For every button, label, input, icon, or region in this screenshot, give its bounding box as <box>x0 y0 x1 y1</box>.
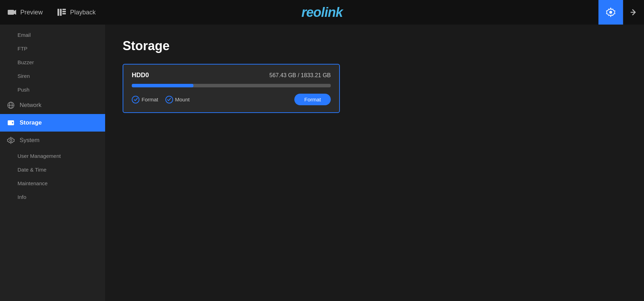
svg-rect-2 <box>57 9 59 16</box>
page-title: Storage <box>123 39 626 53</box>
sidebar: Email FTP Buzzer Siren Push Network <box>0 25 105 301</box>
storage-flags: Format Mount <box>132 96 190 103</box>
settings-button[interactable] <box>598 0 623 25</box>
storage-card-header: HDD0 567.43 GB / 1833.21 GB <box>132 72 331 79</box>
camera-icon <box>7 7 17 17</box>
sidebar-item-push[interactable]: Push <box>0 83 105 96</box>
playback-label: Playback <box>70 9 96 16</box>
svg-rect-0 <box>8 10 14 15</box>
sidebar-item-maintenance[interactable]: Maintenance <box>0 176 105 190</box>
sidebar-item-email[interactable]: Email <box>0 28 105 42</box>
sidebar-system-section[interactable]: System <box>0 132 105 149</box>
mount-flag: Mount <box>165 96 190 103</box>
topbar: Preview Playback reolink <box>0 0 644 25</box>
topbar-left: Preview Playback <box>0 7 96 17</box>
sidebar-item-user-management[interactable]: User Management <box>0 149 105 163</box>
storage-label: Storage <box>20 119 42 126</box>
network-icon <box>7 101 15 109</box>
sidebar-network-section[interactable]: Network <box>0 96 105 114</box>
main-content: Storage HDD0 567.43 GB / 1833.21 GB <box>105 25 644 301</box>
preview-nav-item[interactable]: Preview <box>7 7 43 17</box>
storage-progress-bar-fill <box>132 84 193 87</box>
sidebar-item-date-time[interactable]: Date & Time <box>0 163 105 176</box>
topbar-right <box>598 0 644 25</box>
storage-progress-bar-bg <box>132 84 331 87</box>
logo: reolink <box>301 5 343 20</box>
svg-rect-4 <box>62 9 66 10</box>
svg-marker-1 <box>14 10 16 15</box>
system-label: System <box>20 137 40 144</box>
main-layout: Email FTP Buzzer Siren Push Network <box>0 25 644 301</box>
format-flag: Format <box>132 96 158 103</box>
svg-rect-6 <box>62 13 66 14</box>
mount-flag-label: Mount <box>175 96 190 102</box>
format-button[interactable]: Format <box>294 94 331 105</box>
sidebar-item-info[interactable]: Info <box>0 190 105 204</box>
svg-point-13 <box>12 122 13 123</box>
sidebar-item-ftp[interactable]: FTP <box>0 42 105 55</box>
storage-card: HDD0 567.43 GB / 1833.21 GB Format <box>123 64 340 113</box>
sidebar-item-siren[interactable]: Siren <box>0 69 105 83</box>
hdd-size: 567.43 GB / 1833.21 GB <box>269 72 331 79</box>
playback-nav-item[interactable]: Playback <box>57 7 96 17</box>
svg-point-14 <box>10 139 12 141</box>
storage-card-footer: Format Mount Format <box>132 94 331 105</box>
arrow-right-icon <box>629 8 638 17</box>
storage-icon <box>7 119 15 127</box>
svg-point-7 <box>609 11 612 14</box>
preview-label: Preview <box>20 9 43 16</box>
sidebar-item-buzzer[interactable]: Buzzer <box>0 55 105 69</box>
hdd-name: HDD0 <box>132 72 149 79</box>
logout-button[interactable] <box>623 0 644 25</box>
format-check-icon <box>132 96 139 103</box>
format-flag-label: Format <box>142 96 158 102</box>
svg-rect-5 <box>62 11 66 12</box>
system-icon <box>7 136 15 144</box>
network-label: Network <box>20 102 41 109</box>
mount-check-icon <box>165 96 173 103</box>
playback-icon <box>57 7 67 17</box>
gear-icon <box>606 7 616 17</box>
svg-rect-3 <box>60 9 62 16</box>
sidebar-item-storage[interactable]: Storage <box>0 114 105 132</box>
